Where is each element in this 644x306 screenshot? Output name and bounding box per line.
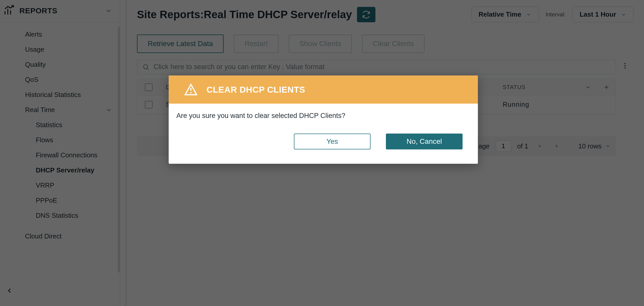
modal-overlay[interactable]: CLEAR DHCP CLIENTS Are you sure you want…	[0, 0, 644, 306]
svg-point-4	[190, 92, 191, 93]
modal-yes-button[interactable]: Yes	[294, 134, 371, 149]
confirm-modal: CLEAR DHCP CLIENTS Are you sure you want…	[169, 75, 478, 164]
modal-header: CLEAR DHCP CLIENTS	[169, 75, 478, 104]
modal-title: CLEAR DHCP CLIENTS	[206, 85, 305, 95]
modal-actions: Yes No, Cancel	[169, 122, 478, 164]
modal-body: Are you sure you want to clear selected …	[169, 104, 478, 122]
warning-icon	[184, 83, 198, 96]
modal-no-button[interactable]: No, Cancel	[386, 134, 463, 149]
